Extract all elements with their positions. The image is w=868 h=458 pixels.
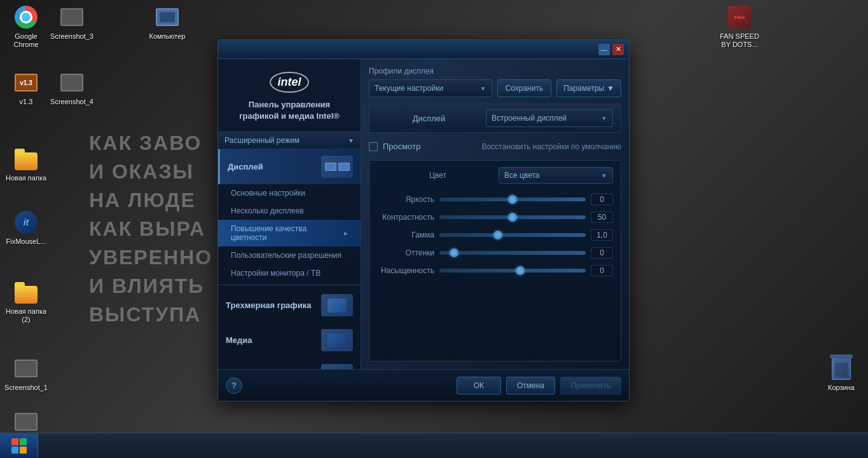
contrast-value: 50 — [591, 212, 613, 223]
display-label: Дисплей — [377, 114, 481, 123]
fixmousel-label: FixMouseL... — [4, 238, 48, 246]
screenshot1-label: Screenshot_1 — [4, 384, 48, 392]
cancel-button[interactable]: Отмена — [506, 377, 555, 394]
hue-row: Оттенки 0 — [377, 247, 613, 259]
nav-sub-multiple[interactable]: Несколько дисплеев — [218, 202, 361, 220]
desktop-icon-screenshot1[interactable]: Screenshot_1 — [4, 356, 48, 392]
display-dropdown[interactable]: Встроенный дисплей ▼ — [486, 109, 613, 127]
left-panel: intel Панель управления графикой и медиа… — [218, 59, 361, 369]
screenshot4-label: Screenshot_4 — [50, 98, 94, 106]
profile-dropdown-arrow: ▼ — [480, 85, 486, 92]
nav-sub-color[interactable]: Повышение качества цветности — [218, 220, 361, 246]
nav-sub-monitor[interactable]: Настройки монитора / ТВ — [218, 264, 361, 282]
brightness-value: 0 — [591, 194, 613, 205]
desktop-icon-screenshot4[interactable]: Screenshot_4 — [50, 70, 94, 106]
preview-label: Просмотр — [383, 142, 420, 151]
profile-row: Профили дисплея — [369, 67, 621, 76]
gamma-slider[interactable] — [439, 233, 586, 237]
nav-display-label: Дисплей — [228, 162, 263, 172]
profile-label: Профили дисплея — [369, 67, 434, 76]
profile-current: Текущие настройки — [375, 84, 443, 93]
save-button[interactable]: Сохранить — [497, 79, 552, 97]
nav-item-media[interactable]: Медиа — [218, 323, 361, 358]
desktop: КАК ЗАВО И ОКАЗЫ НА ЛЮДЕ КАК ВЫРА УВЕРЕН… — [0, 0, 868, 458]
color-dropdown[interactable]: Все цвета ▼ — [499, 167, 613, 184]
params-arrow-icon: ▼ — [607, 84, 614, 93]
folder2-label: Новая папка (2) — [4, 307, 48, 324]
hue-slider[interactable] — [439, 251, 586, 255]
color-current: Все цвета — [504, 171, 539, 180]
fanspeed-label: FAN SPEED BY DOTS... — [717, 32, 762, 49]
nav-item-display[interactable]: Дисплей — [218, 149, 361, 184]
desktop-icon-fanspeed[interactable]: FAN FAN SPEED BY DOTS... — [717, 4, 762, 49]
right-panel: Профили дисплея Текущие настройки ▼ Сохр… — [361, 59, 629, 369]
color-label: Цвет — [377, 171, 499, 180]
saturation-slider[interactable] — [439, 269, 586, 273]
taskbar — [0, 433, 868, 458]
nav-item-3d[interactable]: Трехмерная графика — [218, 288, 361, 323]
hue-value: 0 — [591, 247, 613, 259]
contrast-row: Контрастность 50 — [377, 212, 613, 223]
start-icon — [11, 438, 27, 454]
preview-checkbox[interactable] — [369, 142, 378, 151]
color-settings: Цвет Все цвета ▼ Яркость 0 — [369, 160, 621, 361]
close-button[interactable]: ✕ — [612, 44, 624, 55]
start-button[interactable] — [0, 433, 38, 459]
nav-item-power[interactable]: Электропитание — [218, 358, 361, 369]
display-dropdown-arrow: ▼ — [601, 115, 607, 122]
display-icon — [321, 156, 353, 178]
trash-label: Корзина — [819, 384, 864, 392]
saturation-value: 0 — [591, 265, 613, 276]
nav-3d-label: Трехмерная графика — [226, 300, 311, 310]
params-button[interactable]: Параметры ▼ — [556, 79, 621, 97]
brightness-label: Яркость — [377, 195, 434, 204]
gamma-label: Гамма — [377, 231, 434, 239]
nav-sub-custom-res[interactable]: Пользовательские разрешения — [218, 246, 361, 264]
desktop-icon-computer[interactable]: Компьютер — [145, 4, 189, 41]
screenshot3-label: Screenshot_3 — [50, 32, 94, 41]
v13-label: v1.3 — [4, 98, 48, 106]
preview-row: Просмотр Восстановить настройки по умолч… — [369, 139, 621, 154]
desktop-icon-trash[interactable]: Корзина — [819, 356, 864, 392]
nav-sub-basic[interactable]: Основные настройки — [218, 184, 361, 202]
display-current: Встроенный дисплей — [492, 114, 567, 123]
gamma-row: Гамма 1,0 — [377, 229, 613, 241]
params-label: Параметры — [563, 84, 604, 93]
color-dropdown-arrow: ▼ — [601, 172, 607, 179]
brightness-slider[interactable] — [439, 198, 586, 201]
saturation-row: Насыщенность 0 — [377, 265, 613, 276]
media-icon — [321, 329, 353, 351]
profile-dropdown[interactable]: Текущие настройки ▼ — [369, 79, 492, 97]
minimize-button[interactable]: — — [598, 44, 610, 55]
desktop-icon-chrome[interactable]: Google Chrome — [4, 4, 48, 49]
mode-selector[interactable]: Расширенный режим ▼ — [218, 132, 361, 149]
desktop-icon-fixmousel[interactable]: it FixMouseL... — [4, 210, 48, 246]
desktop-icon-screenshot3[interactable]: Screenshot_3 — [50, 4, 94, 41]
mode-arrow-icon: ▼ — [348, 137, 354, 144]
display-row: Дисплей Встроенный дисплей ▼ — [369, 104, 621, 133]
apply-button[interactable]: Применить — [560, 377, 621, 394]
mode-label: Расширенный режим — [224, 136, 300, 145]
gamma-value: 1,0 — [591, 229, 613, 241]
computer-label: Компьютер — [145, 32, 189, 41]
desktop-icon-folder2[interactable]: Новая папка (2) — [4, 280, 48, 324]
intel-dialog: — ✕ intel Панель управления графикой и м… — [217, 39, 630, 401]
desktop-icon-v13[interactable]: v1.3 v1.3 — [4, 70, 48, 106]
folder1-label: Новая папка — [4, 174, 48, 182]
intel-logo-area: intel Панель управления графикой и медиа… — [218, 59, 361, 132]
restore-button[interactable]: Восстановить настройки по умолчанию — [482, 142, 621, 151]
ok-button[interactable]: ОК — [457, 377, 501, 394]
3d-icon — [321, 294, 353, 316]
intel-logo: intel — [270, 72, 308, 93]
help-button[interactable]: ? — [226, 377, 242, 394]
intel-panel-title: Панель управления графикой и медиа Intel… — [228, 99, 351, 122]
hue-label: Оттенки — [377, 248, 434, 257]
contrast-label: Контрастность — [377, 213, 434, 222]
title-bar: — ✕ — [218, 40, 629, 59]
saturation-label: Насыщенность — [377, 266, 434, 275]
desktop-icon-folder1[interactable]: Новая папка — [4, 146, 48, 182]
dialog-footer: ? ОК Отмена Применить — [218, 369, 629, 401]
profile-controls: Текущие настройки ▼ Сохранить Параметры … — [369, 79, 621, 97]
contrast-slider[interactable] — [439, 215, 586, 219]
chrome-label: Google Chrome — [4, 32, 48, 49]
